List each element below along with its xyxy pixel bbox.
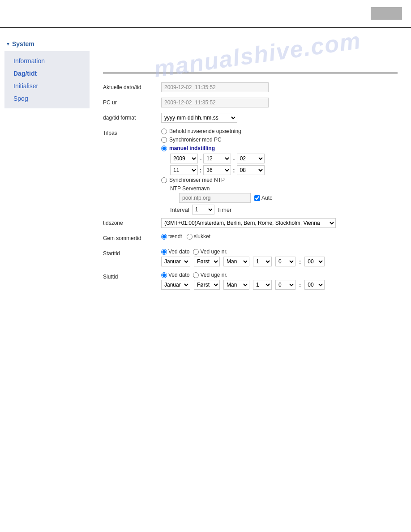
tidszone-select[interactable]: (GMT+01:00)Amsterdam, Berlin, Bern, Rome… xyxy=(161,218,336,228)
slukket-text: slukket xyxy=(194,233,210,240)
sluttid-selects: Januar Februar Først Anden Man Tir 1 xyxy=(161,280,398,290)
start-colon: : xyxy=(299,258,301,265)
sluttid-radios: Ved dato Ved uge nr. xyxy=(161,272,398,278)
top-bar-button[interactable] xyxy=(371,7,402,20)
start-hour-select[interactable]: 0 1 xyxy=(275,257,295,266)
radio-behold[interactable] xyxy=(161,129,167,134)
hour-select[interactable]: 11 00 xyxy=(170,165,198,175)
watermark-area: manualshive.com xyxy=(103,37,398,73)
radio-manuel-label: manuel indstilling xyxy=(169,145,215,151)
aktuelle-row: Aktuelle dato/tid xyxy=(103,82,398,94)
dash1: - xyxy=(200,155,201,162)
tilpas-field: Behold nuværende opsætning Synchroniser … xyxy=(161,128,398,215)
sidebar: ▾ System Information Dag/tidt Initialise… xyxy=(0,28,90,386)
end-ved-dato-text: Ved dato xyxy=(168,272,189,278)
radio-taendt[interactable] xyxy=(161,234,167,240)
end-min-select[interactable]: 00 30 xyxy=(304,280,325,290)
colon2: : xyxy=(233,167,235,174)
radio-behold-label: Behold nuværende opsætning xyxy=(169,128,241,134)
sidebar-item-initialiser[interactable]: Initialiser xyxy=(4,80,90,92)
taendt-text: tændt xyxy=(168,233,182,240)
tilpas-row: Tilpas Behold nuværende opsætning Synchr… xyxy=(103,128,398,215)
pc-ur-field xyxy=(161,98,398,107)
pc-ur-input[interactable] xyxy=(161,98,269,107)
radio-ntp[interactable] xyxy=(161,177,167,183)
min-select[interactable]: 36 00 xyxy=(203,165,231,175)
sidebar-item-dagtidt[interactable]: Dag/tidt xyxy=(4,67,90,80)
format-field: yyyy-mm-dd hh.mm.ss dd-mm-yyyy hh.mm.ss … xyxy=(161,113,398,123)
aktuelle-input[interactable] xyxy=(161,82,269,92)
interval-label: Interval xyxy=(170,206,189,213)
starttid-selects: Januar Februar Marts Først Anden Man Tir xyxy=(161,257,398,266)
format-row: dag/tid format yyyy-mm-dd hh.mm.ss dd-mm… xyxy=(103,113,398,124)
start-ved-uge-text: Ved uge nr. xyxy=(200,249,227,255)
start-month-select[interactable]: Januar Februar Marts xyxy=(161,257,190,266)
year-select[interactable]: 2009 2010 2008 xyxy=(170,154,198,163)
ntp-auto-checkbox[interactable] xyxy=(254,195,260,201)
sidebar-item-information[interactable]: Information xyxy=(4,55,90,67)
dash2: - xyxy=(233,155,235,162)
sluttid-label: Sluttid xyxy=(103,272,161,280)
start-num-select[interactable]: 1 2 xyxy=(253,257,272,266)
time-selects-row: 11 00 : 36 00 : 08 00 xyxy=(170,165,398,175)
tidszone-row: tidszone (GMT+01:00)Amsterdam, Berlin, B… xyxy=(103,218,398,230)
radio-sync-pc-label: Synchroniser med PC xyxy=(169,137,222,143)
tidszone-field: (GMT+01:00)Amsterdam, Berlin, Bern, Rome… xyxy=(161,218,398,228)
end-ved-uge-label: Ved uge nr. xyxy=(193,272,227,278)
pc-ur-row: PC ur xyxy=(103,98,398,109)
start-radio-ved-uge[interactable] xyxy=(193,249,199,255)
ntp-auto-text: Auto xyxy=(261,195,273,201)
interval-select[interactable]: 1 2 6 xyxy=(192,205,214,215)
end-week-select[interactable]: Først Anden xyxy=(194,280,220,290)
start-day-select[interactable]: Man Tir xyxy=(223,257,249,266)
aktuelle-label: Aktuelle dato/tid xyxy=(103,82,161,90)
start-week-select[interactable]: Først Anden xyxy=(194,257,220,266)
radio-sync-pc[interactable] xyxy=(161,137,167,143)
ntp-input-row: Auto xyxy=(170,193,398,203)
gem-field: tændt slukket xyxy=(161,233,398,240)
start-min-select[interactable]: 00 30 xyxy=(304,257,325,266)
start-radio-ved-dato[interactable] xyxy=(161,249,167,255)
day-select[interactable]: 02 01 xyxy=(237,154,265,163)
end-hour-select[interactable]: 0 1 xyxy=(275,280,295,290)
format-select[interactable]: yyyy-mm-dd hh.mm.ss dd-mm-yyyy hh.mm.ss … xyxy=(161,113,237,123)
gem-row: Gem sommertid tændt slukket xyxy=(103,233,398,245)
start-ved-dato-text: Ved dato xyxy=(168,249,189,255)
ntp-interval-row: Interval 1 2 6 Timer xyxy=(170,205,398,215)
top-bar xyxy=(0,0,411,27)
radio-ntp-label: Synchroniser med NTP xyxy=(169,177,225,183)
slukket-label: slukket xyxy=(187,233,210,240)
sidebar-item-spog[interactable]: Spog xyxy=(4,92,90,105)
starttid-field: Ved dato Ved uge nr. Januar Februar Mart… xyxy=(161,249,398,268)
end-month-select[interactable]: Januar Februar xyxy=(161,280,190,290)
ntp-server-label: NTP Servernavn xyxy=(170,185,398,192)
end-num-select[interactable]: 1 2 xyxy=(253,280,272,290)
sidebar-system-header[interactable]: ▾ System xyxy=(0,37,90,51)
radio-sync-pc-row: Synchroniser med PC xyxy=(161,137,398,143)
end-day-select[interactable]: Man Tir xyxy=(223,280,249,290)
starttid-radios: Ved dato Ved uge nr. xyxy=(161,249,398,255)
main-layout: ▾ System Information Dag/tidt Initialise… xyxy=(0,28,411,386)
radio-manuel[interactable] xyxy=(161,146,167,151)
start-ved-uge-label: Ved uge nr. xyxy=(193,249,227,255)
content-area: manualshive.com Aktuelle dato/tid PC ur xyxy=(90,28,411,386)
end-ved-dato-label: Ved dato xyxy=(161,272,189,278)
starttid-label: Starttid xyxy=(103,249,161,257)
ntp-input[interactable] xyxy=(179,193,251,203)
colon1: : xyxy=(200,167,201,174)
sec-select[interactable]: 08 00 xyxy=(237,165,265,175)
format-label: dag/tid format xyxy=(103,113,161,121)
end-radio-ved-uge[interactable] xyxy=(193,272,199,278)
end-radio-ved-dato[interactable] xyxy=(161,272,167,278)
form-section: Aktuelle dato/tid PC ur dag/tid format y… xyxy=(103,73,398,304)
sluttid-row: Sluttid Ved dato Ved uge nr. xyxy=(103,272,398,292)
tilpas-label: Tilpas xyxy=(103,128,161,136)
radio-slukket[interactable] xyxy=(187,234,193,240)
month-select[interactable]: 12 01 xyxy=(203,154,231,163)
sluttid-field: Ved dato Ved uge nr. Januar Februar xyxy=(161,272,398,292)
radio-behold-row: Behold nuværende opsætning xyxy=(161,128,398,134)
gem-label: Gem sommertid xyxy=(103,233,161,241)
system-arrow-icon: ▾ xyxy=(7,41,9,47)
sidebar-menu: Information Dag/tidt Initialiser Spog xyxy=(4,51,90,108)
sidebar-system-label: System xyxy=(12,40,34,47)
